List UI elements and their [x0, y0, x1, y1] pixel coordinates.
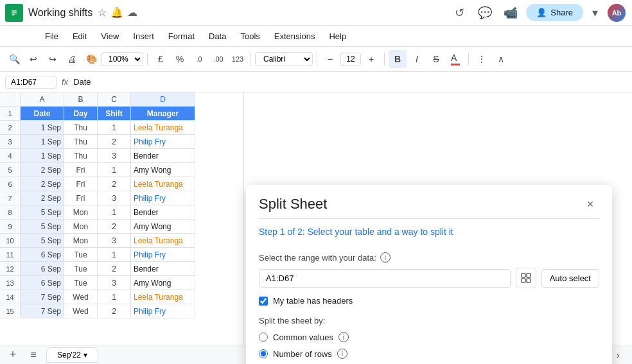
- cell-c[interactable]: 1: [98, 163, 131, 177]
- font-size-input[interactable]: [340, 53, 361, 65]
- table-row[interactable]: 12 6 Sep Tue 2 Bender: [0, 262, 243, 276]
- radio-common-input[interactable]: [259, 333, 268, 342]
- cell-d[interactable]: Amy Wong: [131, 163, 195, 177]
- col-header-c[interactable]: C: [98, 92, 131, 107]
- font-color-btn[interactable]: A: [446, 50, 464, 68]
- decimal-inc-btn[interactable]: .00: [209, 50, 227, 68]
- zoom-select[interactable]: 100%: [101, 52, 143, 66]
- cell-c[interactable]: 2: [98, 135, 131, 149]
- percent-btn[interactable]: %: [171, 50, 189, 68]
- font-size-inc[interactable]: +: [362, 50, 380, 68]
- menu-extensions[interactable]: Extensions: [268, 29, 322, 44]
- cell-b[interactable]: Thu: [64, 135, 98, 149]
- cell-a[interactable]: 6 Sep: [21, 276, 64, 290]
- menu-file[interactable]: File: [39, 29, 65, 44]
- menu-insert[interactable]: Insert: [127, 29, 161, 44]
- strikethrough-btn[interactable]: S: [427, 50, 445, 68]
- cell-b[interactable]: Day: [64, 107, 98, 121]
- range-input[interactable]: [259, 269, 511, 288]
- cell-d[interactable]: Leela Turanga: [131, 290, 195, 304]
- cell-b[interactable]: Mon: [64, 234, 98, 248]
- cell-b[interactable]: Tue: [64, 248, 98, 262]
- panel-close-button[interactable]: ×: [581, 195, 599, 213]
- cell-b[interactable]: Tue: [64, 262, 98, 276]
- grid-picker-icon[interactable]: [516, 268, 536, 288]
- cell-a[interactable]: 1 Sep: [21, 149, 64, 163]
- cell-b[interactable]: Fri: [64, 191, 98, 205]
- cell-a[interactable]: 5 Sep: [21, 205, 64, 220]
- sheet-menu-button[interactable]: ≡: [26, 347, 41, 363]
- cell-c[interactable]: 3: [98, 234, 131, 248]
- table-row[interactable]: 3 1 Sep Thu 2 Philip Fry: [0, 135, 243, 149]
- cell-a[interactable]: 1 Sep: [21, 135, 64, 149]
- cell-c[interactable]: Shift: [98, 107, 131, 121]
- redo-icon[interactable]: ↪: [44, 50, 62, 68]
- table-row[interactable]: 15 7 Sep Wed 2 Philip Fry: [0, 304, 243, 318]
- cell-b[interactable]: Wed: [64, 290, 98, 304]
- cell-b[interactable]: Mon: [64, 205, 98, 220]
- bold-btn[interactable]: B: [389, 50, 407, 68]
- collapse-btn[interactable]: ∧: [492, 50, 510, 68]
- auto-select-button[interactable]: Auto select: [541, 269, 599, 288]
- cell-d[interactable]: Philip Fry: [131, 191, 195, 205]
- menu-tools[interactable]: Tools: [234, 29, 266, 44]
- font-select[interactable]: Calibri: [255, 52, 313, 66]
- cell-b[interactable]: Thu: [64, 149, 98, 163]
- cell-b[interactable]: Thu: [64, 121, 98, 135]
- cell-d[interactable]: Amy Wong: [131, 220, 195, 234]
- cell-a[interactable]: Date: [21, 107, 64, 121]
- cell-c[interactable]: 3: [98, 191, 131, 205]
- table-row[interactable]: 9 5 Sep Mon 2 Amy Wong: [0, 220, 243, 234]
- cell-a[interactable]: 6 Sep: [21, 248, 64, 262]
- menu-help[interactable]: Help: [322, 29, 353, 44]
- share-button[interactable]: 👤 Share: [526, 4, 583, 21]
- number-format-btn[interactable]: 123: [229, 50, 247, 68]
- table-row[interactable]: 4 1 Sep Thu 3 Bender: [0, 149, 243, 163]
- currency-btn[interactable]: £: [152, 50, 170, 68]
- font-size-dec[interactable]: −: [321, 50, 339, 68]
- menu-edit[interactable]: Edit: [66, 29, 93, 44]
- cell-c[interactable]: 2: [98, 262, 131, 276]
- menu-format[interactable]: Format: [162, 29, 201, 44]
- col-header-a[interactable]: A: [21, 92, 64, 107]
- cell-b[interactable]: Fri: [64, 177, 98, 191]
- print-icon[interactable]: 🖨: [63, 50, 81, 68]
- history-icon[interactable]: ↺: [449, 3, 470, 23]
- cell-b[interactable]: Fri: [64, 163, 98, 177]
- paint-format-icon[interactable]: 🎨: [82, 50, 100, 68]
- table-row[interactable]: 1 Date Day Shift Manager: [0, 107, 243, 121]
- table-row[interactable]: 10 5 Sep Mon 3 Leela Turanga: [0, 234, 243, 248]
- cell-d[interactable]: Philip Fry: [131, 135, 195, 149]
- table-row[interactable]: 11 6 Sep Tue 1 Philip Fry: [0, 248, 243, 262]
- cell-a[interactable]: 1 Sep: [21, 121, 64, 135]
- video-icon[interactable]: 📹: [500, 3, 521, 23]
- cell-c[interactable]: 2: [98, 304, 131, 318]
- cell-c[interactable]: 3: [98, 149, 131, 163]
- cell-a[interactable]: 5 Sep: [21, 220, 64, 234]
- menu-view[interactable]: View: [94, 29, 125, 44]
- cell-d[interactable]: Bender: [131, 262, 195, 276]
- cell-d[interactable]: Bender: [131, 149, 195, 163]
- cell-c[interactable]: 1: [98, 290, 131, 304]
- cell-b[interactable]: Wed: [64, 304, 98, 318]
- avatar[interactable]: Ab: [606, 3, 627, 23]
- cell-b[interactable]: Tue: [64, 276, 98, 290]
- add-sheet-button[interactable]: +: [5, 347, 21, 363]
- table-row[interactable]: 6 2 Sep Fri 2 Leela Turanga: [0, 177, 243, 191]
- cell-a[interactable]: 2 Sep: [21, 177, 64, 191]
- cell-d[interactable]: Leela Turanga: [131, 177, 195, 191]
- cell-c[interactable]: 1: [98, 121, 131, 135]
- star-icon[interactable]: ☆: [98, 6, 107, 19]
- has-headers-checkbox[interactable]: [259, 297, 268, 306]
- cell-d[interactable]: Amy Wong: [131, 276, 195, 290]
- col-header-d[interactable]: D: [131, 92, 195, 107]
- table-row[interactable]: 8 5 Sep Mon 1 Bender: [0, 205, 243, 220]
- italic-btn[interactable]: I: [408, 50, 426, 68]
- table-row[interactable]: 5 2 Sep Fri 1 Amy Wong: [0, 163, 243, 177]
- search-icon[interactable]: 🔍: [5, 50, 23, 68]
- radio-rows-input[interactable]: [259, 349, 268, 358]
- cloud-icon[interactable]: 🔔: [110, 6, 123, 19]
- table-row[interactable]: 13 6 Sep Tue 3 Amy Wong: [0, 276, 243, 290]
- range-info-icon[interactable]: i: [380, 252, 391, 263]
- undo-icon[interactable]: ↩: [24, 50, 42, 68]
